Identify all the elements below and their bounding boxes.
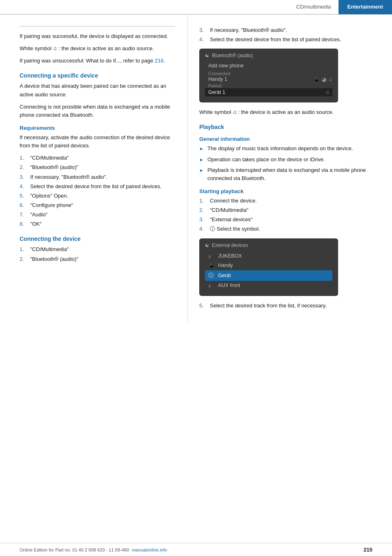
screen-handy-icons: 📱 ◕ ♫: [313, 76, 332, 82]
step5-list: 5. Select the desired track from the lis…: [199, 302, 377, 310]
section1-para2: Connecting is not possible when data is …: [20, 103, 175, 119]
screen-paired-label: Paired:: [205, 82, 332, 88]
bluetooth-screen-mockup: ☯ Bluetooth® (audio) Add new phone Conne…: [199, 49, 338, 102]
list-item: 3. If necessary, "Bluetooth® audio".: [199, 26, 377, 34]
requirements-heading: Requirements: [20, 125, 175, 131]
list-item: 7."Audio": [20, 211, 175, 219]
list-item: 4.ⓘ Select the symbol.: [199, 225, 377, 233]
playback-heading: Playback: [199, 124, 377, 130]
list-item: 2."Bluetooth® (audio)": [20, 163, 175, 171]
list-item: 8."OK": [20, 220, 175, 228]
ext-device-item: ♪JUKEBOX: [205, 251, 332, 261]
screen-add-new-phone: Add new phone: [205, 62, 332, 70]
screen-title-bar: ☯ Bluetooth® (audio): [205, 53, 332, 58]
page-footer: Online Edition for Part no. 01 40 2 608 …: [0, 543, 392, 556]
screen-title: Bluetooth® (audio): [212, 53, 253, 58]
requirements-para: If necessary, activate the audio connect…: [20, 133, 175, 150]
list-item: 4.Select the desired device from the lis…: [20, 182, 175, 191]
external-devices-screen: ☯ External devices ♪JUKEBOX📱HandyⓘGerät♪…: [199, 238, 338, 296]
section2-steps-list: 1."CD/Multimedia"2."Bluetooth® (audio)": [20, 245, 175, 263]
ext-device-label: Handy: [218, 262, 233, 268]
list-item: 1.Connect the device.: [199, 197, 377, 205]
ext-device-icon: ⓘ: [208, 272, 215, 279]
screen-geraet-item: Gerät 1 ♫: [205, 88, 332, 96]
header-entertainment-label: Entertainment: [339, 0, 392, 14]
intro-para-3: If pairing was unsuccessful: What to do …: [20, 57, 175, 65]
screen-geraet-text: Gerät 1: [208, 89, 225, 95]
right-column: 3. If necessary, "Bluetooth® audio". 4. …: [188, 15, 392, 322]
screen-handy-value: Handy 1: [205, 76, 231, 82]
bullet-item: ►Operation can takes place on the device…: [199, 156, 377, 164]
screen-connected-label: Connected:: [205, 70, 332, 76]
ext-device-label: AUX front: [218, 282, 240, 288]
left-column: If pairing was successful, the device is…: [0, 15, 188, 322]
page-number: 215: [363, 547, 372, 553]
list-item: 5."Options" Open.: [20, 192, 175, 200]
ext-screen-title: External devices: [212, 242, 248, 248]
ext-device-label: Gerät: [218, 273, 231, 278]
page-header: CD/multimedia Entertainment: [0, 0, 392, 15]
ext-device-icon: ♪: [208, 282, 215, 289]
list-item: 5. Select the desired track from the lis…: [199, 302, 377, 310]
bullet-item: ►Playback is interrupted when data is ex…: [199, 166, 377, 182]
screen-geraet-icon: ♫: [325, 89, 329, 95]
general-info-bullets: ►The display of music track information …: [199, 145, 377, 182]
list-item: 6."Configure phone": [20, 201, 175, 209]
ext-screen-title-bar: ☯ External devices: [205, 242, 332, 248]
intro-para-2: White symbol ♫ : the device is active as…: [20, 44, 175, 53]
ext-device-item: ⓘGerät: [205, 270, 332, 281]
ext-device-label: JUKEBOX: [218, 253, 242, 259]
step3-text: If necessary, "Bluetooth® audio".: [210, 26, 287, 34]
intro-para-1: If pairing was successful, the device is…: [20, 32, 175, 40]
requirements-steps-list: 1."CD/Multimedia"2."Bluetooth® (audio)"3…: [20, 154, 175, 228]
right-top-steps: 3. If necessary, "Bluetooth® audio". 4. …: [199, 26, 377, 44]
white-symbol-para: White symbol ♫ : the device is active as…: [199, 108, 377, 116]
section1-para1: A device that has already been paired ca…: [20, 82, 175, 98]
section1-heading: Connecting a specific device: [20, 72, 175, 79]
ext-device-item: ♪AUX front: [205, 281, 332, 290]
main-content: If pairing was successful, the device is…: [0, 15, 392, 322]
ext-device-icon: 📱: [208, 262, 215, 269]
list-item: 2."Bluetooth® (audio)": [20, 255, 175, 263]
list-item: 4. Select the desired device from the li…: [199, 36, 377, 44]
footer-website-link[interactable]: manualonline.info: [132, 547, 167, 552]
bullet-item: ►The display of music track information …: [199, 145, 377, 153]
screen-handy-row: Handy 1 📱 ◕ ♫: [205, 76, 332, 82]
ext-device-icon: ♪: [208, 253, 215, 259]
footer-copyright: Online Edition for Part no. 01 40 2 608 …: [20, 547, 167, 552]
starting-steps-list: 1.Connect the device.2."CD/Multimedia"3.…: [199, 197, 377, 234]
header-cd-label: CD/multimedia: [289, 0, 338, 14]
list-item: 3."External devices": [199, 216, 377, 224]
globe-icon: ◕: [322, 76, 326, 82]
step5-text: Select the desired track from the list, …: [210, 302, 327, 310]
page-link[interactable]: 216: [155, 58, 164, 64]
top-divider: [20, 26, 175, 27]
bluetooth-screen-icon: ☯: [205, 53, 209, 58]
ext-device-item: 📱Handy: [205, 261, 332, 270]
list-item: 1."CD/Multimedia": [20, 154, 175, 162]
step4-text: Select the desired device from the list …: [210, 36, 341, 44]
ext-screen-icon: ☯: [205, 242, 209, 248]
phone-icon: 📱: [313, 76, 320, 82]
section2-heading: Connecting the device: [20, 236, 175, 242]
music-icon: ♫: [328, 76, 332, 82]
general-info-heading: General information: [199, 136, 377, 142]
list-item: 3.If necessary, "Bluetooth® audio".: [20, 173, 175, 181]
list-item: 1."CD/Multimedia": [20, 245, 175, 254]
starting-playback-heading: Starting playback: [199, 188, 377, 194]
list-item: 2."CD/Multimedia": [199, 206, 377, 214]
